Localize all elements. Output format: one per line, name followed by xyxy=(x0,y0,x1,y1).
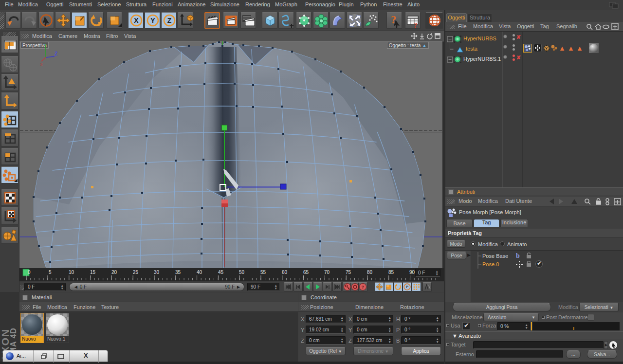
svg-text:?: ? xyxy=(414,21,418,29)
svg-text:60: 60 xyxy=(282,270,288,275)
svg-text:20: 20 xyxy=(111,270,117,275)
svg-text:45: 45 xyxy=(218,270,224,275)
svg-text:70: 70 xyxy=(324,270,330,275)
svg-text:Y: Y xyxy=(150,17,155,24)
svg-text:55: 55 xyxy=(260,270,266,275)
svg-text:10: 10 xyxy=(69,270,74,275)
svg-text:35: 35 xyxy=(175,270,181,275)
svg-text:80: 80 xyxy=(367,270,373,275)
svg-text:15: 15 xyxy=(90,270,96,275)
svg-text:65: 65 xyxy=(303,270,309,275)
svg-text:40: 40 xyxy=(197,270,202,275)
svg-text:x: x xyxy=(40,62,43,66)
svg-text:0: 0 xyxy=(28,270,31,275)
svg-text:90: 90 xyxy=(409,270,415,275)
svg-text:?: ? xyxy=(362,285,365,290)
svg-text:50: 50 xyxy=(239,270,245,275)
svg-text:30: 30 xyxy=(154,270,160,275)
svg-text:X: X xyxy=(134,17,139,24)
svg-text:85: 85 xyxy=(388,270,394,275)
svg-text:Z: Z xyxy=(167,17,172,24)
svg-text:Z: Z xyxy=(55,51,57,56)
svg-text:25: 25 xyxy=(133,270,139,275)
svg-text:75: 75 xyxy=(346,270,351,275)
svg-text:P: P xyxy=(406,285,408,289)
svg-text:5: 5 xyxy=(49,270,52,275)
